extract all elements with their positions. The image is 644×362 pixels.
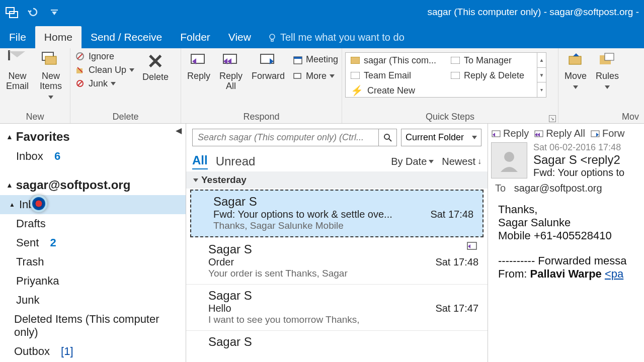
fwd-from-link[interactable]: <pa [605, 267, 623, 280]
reply-button[interactable]: Reply [184, 50, 213, 82]
quick-steps-gallery[interactable]: sagar (This com... To Manager Team Email… [345, 52, 546, 98]
body-thanks: Thanks, [498, 203, 641, 216]
svg-rect-28 [492, 131, 500, 137]
qs-dialog-launcher[interactable]: ↘ [549, 115, 556, 122]
tab-file[interactable]: File [0, 26, 35, 48]
new-items-icon [41, 51, 60, 70]
inbox-folder[interactable]: ▲Inbo [0, 195, 186, 214]
folder-icon [351, 57, 360, 64]
junk-icon [75, 79, 86, 89]
sort-order[interactable]: Newest ↓ [442, 156, 481, 167]
svg-rect-16 [294, 57, 302, 59]
cleanup-icon [75, 65, 86, 75]
drafts-folder[interactable]: Drafts [0, 214, 186, 233]
search-button[interactable] [378, 129, 396, 146]
sort-by[interactable]: By Date [391, 156, 434, 167]
window-title: sagar (This computer only) - sagar@softp… [66, 7, 644, 18]
qs-item-1[interactable]: Team Email [346, 68, 446, 83]
qs-item-4[interactable]: Reply & Delete [446, 68, 546, 83]
search-input[interactable] [193, 129, 378, 146]
svg-rect-18 [351, 57, 360, 64]
filter-all[interactable]: All [192, 153, 208, 169]
ignore-button[interactable]: Ignore [73, 50, 136, 63]
new-email-icon [8, 51, 27, 70]
tab-send-receive[interactable]: Send / Receive [82, 26, 171, 48]
fwd-divider: ---------- Forwarded messa [498, 254, 641, 267]
junk-button[interactable]: Junk [73, 77, 136, 90]
reply-all-icon [221, 51, 240, 70]
search-icon [383, 133, 392, 142]
junk-folder[interactable]: Junk [0, 291, 186, 310]
move-icon [566, 51, 585, 70]
nav-collapse-icon[interactable]: ◀ [176, 126, 182, 135]
message-item-3[interactable]: Sagar S [186, 331, 488, 354]
reading-forward[interactable]: Forw [590, 128, 624, 139]
sent-folder[interactable]: Sent 2 [0, 233, 186, 252]
tab-home[interactable]: Home [35, 26, 82, 48]
message-item-1[interactable]: Sagar S OrderSat 17:48 Your order is sen… [186, 238, 488, 285]
reading-reply[interactable]: Reply [491, 128, 529, 139]
tell-me[interactable]: Tell me what you want to do [260, 27, 412, 48]
app-icon [5, 5, 19, 19]
meeting-button[interactable]: Meeting [291, 53, 340, 66]
rules-icon [598, 51, 617, 70]
search-box[interactable] [192, 129, 397, 146]
msg-from: Sagar S [208, 335, 478, 349]
group-respond-label: Respond [184, 111, 339, 122]
trash-folder[interactable]: Trash [0, 252, 186, 272]
svg-rect-3 [271, 39, 273, 41]
msg-time: Sat 17:48 [435, 256, 478, 268]
reading-reply-all[interactable]: Reply All [534, 128, 585, 139]
account-header[interactable]: ▲sagar@softpost.org [0, 175, 186, 195]
svg-rect-17 [294, 73, 301, 78]
team-email-icon [351, 72, 360, 79]
qs-item-2[interactable]: ⚡Create New [346, 83, 446, 98]
lightbulb-icon [267, 33, 277, 43]
qs-scroll[interactable]: ▲▼▾ [537, 53, 546, 97]
msg-subject: Hello [208, 303, 231, 314]
msg-from: Sagar S [213, 195, 473, 209]
undo-icon[interactable] [26, 5, 40, 19]
search-scope[interactable]: Current Folder [401, 129, 481, 146]
forward-button[interactable]: Forward [249, 50, 288, 82]
body-mobile: Mobile +61-405528410 [498, 229, 641, 242]
tab-view[interactable]: View [219, 26, 260, 48]
fav-inbox[interactable]: Inbox 6 [0, 147, 186, 166]
filter-unread[interactable]: Unread [216, 154, 256, 168]
favorites-header[interactable]: ▲Favorites [0, 127, 186, 147]
message-item-0[interactable]: Sagar S Fwd: Your options to work & sett… [190, 190, 484, 237]
reply-label: Reply [187, 71, 210, 81]
qs-item-0[interactable]: sagar (This com... [346, 53, 446, 68]
svg-line-11 [78, 81, 82, 85]
reading-from: Sagar S <reply2 [533, 153, 624, 167]
tab-folder[interactable]: Folder [171, 26, 219, 48]
reply-icon [189, 51, 208, 70]
group-delete-label: Delete [73, 111, 178, 122]
cleanup-button[interactable]: Clean Up [73, 64, 136, 76]
fwd-from: From: Pallavi Warpe <pa [498, 267, 641, 281]
cursor-indicator [30, 195, 47, 212]
forward-icon [259, 51, 278, 70]
date-group[interactable]: Yesterday [186, 171, 488, 189]
delete-button[interactable]: ✕ Delete [139, 50, 172, 83]
svg-point-25 [384, 134, 389, 139]
forward-icon [590, 130, 600, 138]
rules-button[interactable]: Rules [593, 50, 622, 93]
qat-customize-icon[interactable] [47, 5, 61, 19]
qs-item-3[interactable]: To Manager [446, 53, 546, 68]
svg-rect-24 [605, 53, 614, 60]
more-button[interactable]: More [291, 70, 340, 82]
svg-point-2 [270, 34, 275, 39]
move-button[interactable]: Move [561, 50, 590, 93]
to-label: To [495, 183, 506, 194]
new-email-button[interactable]: New Email [3, 50, 32, 93]
reply-all-button[interactable]: Reply All [216, 50, 246, 93]
msg-preview: I want to see you tomorrow Thanks, [208, 314, 478, 325]
message-item-2[interactable]: Sagar S HelloSat 17:47 I want to see you… [186, 285, 488, 331]
msg-preview: Your order is sent Thanks, Sagar [208, 268, 478, 279]
reply-delete-icon [451, 72, 460, 79]
deleted-folder[interactable]: Deleted Items (This computer only) [0, 310, 186, 342]
outbox-folder[interactable]: Outbox [1] [0, 342, 186, 361]
new-items-button[interactable]: New Items [35, 50, 67, 102]
priyanka-folder[interactable]: Priyanka [0, 272, 186, 291]
